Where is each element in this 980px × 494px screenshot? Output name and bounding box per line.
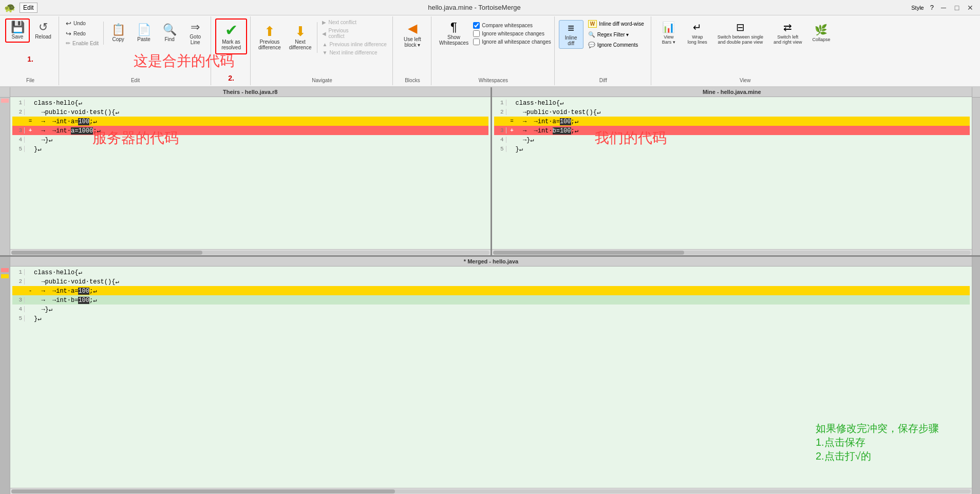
use-left-block-button[interactable]: ◀ Use leftblock ▾ [397, 18, 428, 50]
merged-scrollbar-thumb[interactable] [11, 489, 395, 493]
save-icon: 💾 [11, 22, 25, 33]
theirs-line-2: 2 →public·void·test(){↵ [12, 107, 488, 117]
theirs-code-area[interactable]: 1 class·hello{↵ 2 →public·void·test(){↵ … [10, 97, 491, 249]
ignore-ws-checkbox[interactable] [473, 30, 480, 37]
right-gutter-header [972, 87, 980, 98]
undo-label: Undo [73, 21, 86, 26]
next-diff-button[interactable]: ⬇ Nextdifference [286, 22, 315, 53]
minimize-button[interactable]: ─ [938, 2, 949, 13]
toolbar-group-mark: ✔ Mark asresolved 2. [212, 16, 251, 85]
whitespace-options: Compare whitespaces Ignore whitespace ch… [473, 22, 551, 45]
view-bars-button[interactable]: 📊 ViewBars ▾ [655, 18, 682, 47]
ignore-ws-changes-option[interactable]: Ignore whitespace changes [473, 30, 551, 37]
compare-whitespace-option[interactable]: Compare whitespaces [473, 22, 551, 29]
titlebar-controls: Style ? ─ □ ✕ [911, 2, 976, 13]
toolbar-group-blocks: ◀ Use leftblock ▾ Blocks [394, 16, 431, 85]
single-double-label: Switch between singleand double pane vie… [718, 34, 763, 45]
show-whitespaces-button[interactable]: ¶ ShowWhitespaces [436, 18, 472, 48]
regex-filter-label: Regex Filter ▾ [597, 32, 629, 37]
goto-line-button[interactable]: ⇒ GotoLine [183, 19, 208, 48]
regex-filter-button[interactable]: 🔍 Regex Filter ▾ [585, 30, 648, 40]
single-double-view-button[interactable]: ⊟ Switch between singleand double pane v… [713, 18, 768, 47]
next-inline-diff-button[interactable]: ▼ Next inline difference [319, 49, 389, 56]
prev-conflict-icon: ◀ [322, 31, 326, 36]
prev-conflict-label: Previousconflict [328, 28, 348, 39]
prev-diff-icon: ⬆ [264, 25, 275, 38]
theirs-header: Theirs - hello.java.r8 [10, 87, 491, 97]
theirs-scrollbar-thumb[interactable] [11, 251, 202, 255]
help-icon[interactable]: ? [930, 4, 934, 11]
merged-code-area[interactable]: 1 class·hello{↵ 2 →public·void·test(){↵ [10, 267, 972, 488]
inline-diff-word-label: Inline diff word-wise [599, 21, 644, 27]
toolbar-group-file: 💾 Save ↺ Reload 1. File [2, 16, 59, 85]
find-button[interactable]: 🔍 Find [157, 22, 182, 45]
theirs-scrollbar[interactable] [10, 249, 491, 255]
paste-button[interactable]: 📄 Paste [131, 22, 156, 45]
close-button[interactable]: ✕ [965, 2, 976, 13]
use-left-block-icon: ◀ [408, 21, 417, 35]
switch-left-right-button[interactable]: ⇄ Switch leftand right view [769, 18, 807, 47]
mark-resolved-button[interactable]: ✔ Mark asresolved [215, 18, 247, 54]
collapse-icon: 🌿 [815, 24, 827, 36]
ignore-all-ws-option[interactable]: Ignore all whitespace changes [473, 39, 551, 45]
collapse-label: Collapse [812, 37, 830, 42]
diff-row: ≡ Inlinediff W Inline diff word-wise 🔍 R… [559, 18, 648, 50]
diff-options: W Inline diff word-wise 🔍 Regex Filter ▾… [585, 18, 648, 50]
nav-sub-group: ▶ Next conflict ◀ Previousconflict ▲ Pre… [319, 18, 389, 56]
previous-diff-button[interactable]: ⬆ Previousdifference [255, 22, 285, 53]
merged-scrollbar[interactable] [10, 488, 972, 494]
mine-line-eq: = → →int·a=100;↵ [494, 117, 970, 126]
save-instruction-title: 如果修改完冲突，保存步骤 [816, 422, 939, 435]
edit-group-label: Edit [131, 77, 140, 83]
prev-inline-label: Previous inline difference [329, 42, 387, 47]
prev-inline-diff-button[interactable]: ▲ Previous inline difference [319, 41, 389, 48]
merged-line-2: 2 →public·void·test(){↵ [12, 277, 970, 286]
enable-edit-button[interactable]: ✏ Enable Edit [63, 39, 101, 48]
toolbar-group-whitespaces: ¶ ShowWhitespaces Compare whitespaces Ig… [432, 16, 555, 85]
whitespaces-row: ¶ ShowWhitespaces Compare whitespaces Ig… [436, 18, 551, 48]
main-toolbar: 💾 Save ↺ Reload 1. File ↩ Undo ↪ Redo [0, 15, 980, 87]
style-label[interactable]: Style [911, 5, 924, 11]
save-button[interactable]: 💾 Save [5, 18, 30, 43]
edit-top-row: ↩ Undo ↪ Redo ✏ Enable Edit 📋 Copy 📄 [63, 18, 208, 48]
next-conflict-icon: ▶ [322, 20, 326, 25]
navigate-group-label: Navigate [312, 77, 332, 83]
toolbar-group-diff: ≡ Inlinediff W Inline diff word-wise 🔍 R… [556, 16, 651, 85]
ignore-comments-icon: 💬 [588, 42, 595, 48]
toolbar-group-edit: ↩ Undo ↪ Redo ✏ Enable Edit 📋 Copy 📄 [60, 16, 211, 85]
mine-scrollbar-thumb[interactable] [493, 251, 684, 255]
app-icon: 🐢 [4, 2, 15, 13]
ignore-comments-button[interactable]: 💬 Ignore Comments [585, 40, 648, 50]
paste-label: Paste [137, 36, 150, 42]
undo-button[interactable]: ↩ Undo [63, 18, 101, 28]
inline-diff-icon: ≡ [568, 23, 574, 34]
bottom-change-marker [1, 274, 9, 278]
mine-pane: Mine - hello.java.mine 1 class·hello{↵ 2… [492, 87, 972, 255]
copy-button[interactable]: 📋 Copy [106, 22, 130, 45]
theirs-line-3: 3 + → →int·a=1000;↵ [12, 126, 488, 135]
reload-button[interactable]: ↺ Reload [31, 19, 55, 42]
menu-edit[interactable]: Edit [20, 3, 37, 13]
mine-scrollbar[interactable] [492, 249, 972, 255]
redo-button[interactable]: ↪ Redo [63, 29, 101, 39]
prev-conflict-button[interactable]: ◀ Previousconflict [319, 27, 389, 40]
inline-diff-button[interactable]: ≡ Inlinediff [559, 20, 583, 49]
next-conflict-label: Next conflict [328, 20, 356, 25]
mine-code-area[interactable]: 1 class·hello{↵ 2 →public·void·test(){↵ … [492, 97, 972, 249]
wrap-lines-button[interactable]: ↵ Wraplong lines [683, 18, 712, 47]
ignore-all-ws-checkbox[interactable] [473, 39, 480, 45]
theirs-line-eq: = → →int·a=100;↵ [12, 117, 488, 126]
bottom-right-gutter [972, 257, 980, 494]
collapse-button[interactable]: 🌿 Collapse [807, 21, 835, 45]
next-conflict-button[interactable]: ▶ Next conflict [319, 18, 389, 26]
next-inline-icon: ▼ [322, 50, 327, 55]
merged-code: 1 class·hello{↵ 2 →public·void·test(){↵ [10, 267, 972, 324]
mine-line-5: 5 }↵ [494, 144, 970, 154]
file-buttons: 💾 Save ↺ Reload [5, 18, 55, 43]
reload-icon: ↺ [39, 22, 48, 33]
maximize-button[interactable]: □ [951, 2, 963, 13]
inline-diff-label: Inlinediff [565, 35, 577, 46]
goto-label: GotoLine [190, 34, 201, 45]
inline-diff-word-button[interactable]: W Inline diff word-wise [585, 18, 648, 29]
compare-whitespace-checkbox[interactable] [473, 22, 480, 29]
